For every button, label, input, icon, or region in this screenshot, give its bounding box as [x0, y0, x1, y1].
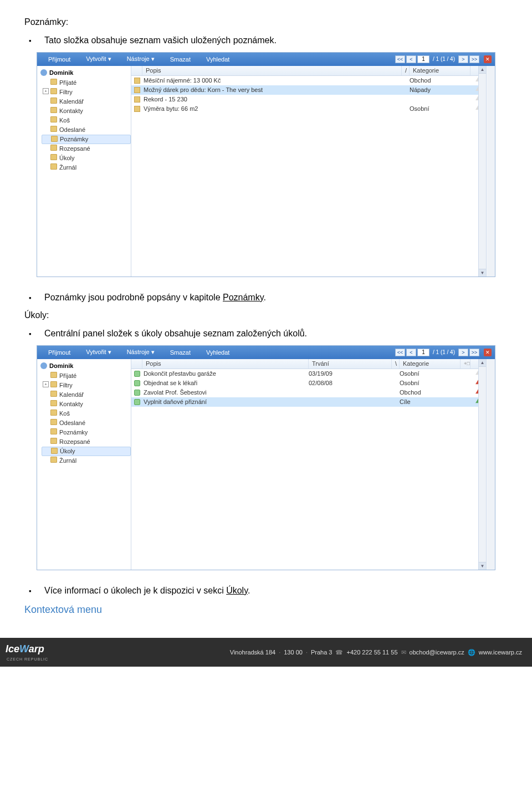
- menu-smazat[interactable]: Smazat: [162, 56, 198, 63]
- heading-ukoly: Úkoly:: [24, 309, 508, 322]
- table-row[interactable]: Objednat se k lékaři02/08/08Osobní: [131, 378, 486, 388]
- heading-poznamky: Poznámky:: [24, 16, 508, 29]
- task-icon: [134, 399, 140, 405]
- footer-email: obchod@icewarp.cz: [410, 649, 464, 656]
- col-trvani[interactable]: Trvání: [309, 359, 392, 369]
- folder-odeslane[interactable]: Odeslané: [42, 418, 131, 428]
- col-sort[interactable]: \: [392, 359, 400, 369]
- footer-addr3: Praha 3: [311, 649, 332, 656]
- menu-vytvorit[interactable]: Vytvořit ▾: [78, 55, 119, 63]
- folder-kos[interactable]: Koš: [42, 116, 131, 125]
- account-name: Dominik: [37, 361, 131, 371]
- bullet-notes-link: Poznámky jsou podrobně popsány v kapitol…: [44, 290, 508, 305]
- menu-nastroje[interactable]: Nástroje ▾: [119, 55, 162, 63]
- logo-subtitle: CZECH REPUBLIC: [7, 657, 48, 661]
- pager-next[interactable]: >: [458, 349, 468, 356]
- col-kategorie[interactable]: Kategorie: [400, 359, 461, 369]
- menu-prijmout[interactable]: Přijmout: [40, 56, 78, 63]
- tasks-list: Popis Trvání \ Kategorie +□ Dokončit pře…: [131, 359, 486, 570]
- bullet-tasks-link: Více informací o úkolech je k dispozici …: [44, 584, 508, 598]
- menu-vytvorit[interactable]: Vytvořit ▾: [78, 349, 119, 356]
- notes-list: Popis / Kategorie Měsíční nájemné: 13 00…: [131, 66, 486, 277]
- screenshot-notes: Přijmout Vytvořit ▾ Nástroje ▾ Smazat Vy…: [37, 52, 495, 277]
- folder-kontakty[interactable]: Kontakty: [42, 400, 131, 409]
- folder-filtry[interactable]: Filtry: [42, 88, 131, 97]
- folder-poznamky[interactable]: Poznámky: [42, 428, 131, 437]
- folder-kalendar[interactable]: Kalendář: [42, 97, 131, 106]
- folder-zurnal[interactable]: Žurnál: [42, 456, 131, 465]
- pager-page-input[interactable]: [417, 55, 429, 63]
- folder-ukoly[interactable]: Úkoly: [42, 154, 131, 163]
- table-row[interactable]: Možný dárek pro dědu: Korn - The very be…: [131, 85, 486, 95]
- heading-context-menu: Kontextová menu: [24, 604, 508, 616]
- pager-info: / 1 (1 / 4): [431, 56, 457, 62]
- account-name: Dominik: [37, 68, 131, 78]
- menu-vyhledat[interactable]: Vyhledat: [198, 349, 237, 356]
- bullet-tasks-desc: Centrální panel složek s úkoly obsahuje …: [44, 326, 508, 341]
- footer-addr: Vinohradská 184: [230, 649, 275, 656]
- col-popis[interactable]: Popis: [142, 359, 309, 369]
- folder-ukoly[interactable]: Úkoly: [42, 447, 131, 456]
- footer-addr2: 130 00: [284, 649, 303, 656]
- task-icon: [134, 380, 140, 386]
- table-row[interactable]: Dokončit přestavbu garáže03/19/09Osobní: [131, 369, 486, 378]
- close-icon[interactable]: ✕: [484, 55, 492, 63]
- scrollbar[interactable]: ▲▼: [478, 359, 486, 570]
- pager-prev[interactable]: <: [406, 55, 416, 63]
- task-icon: [134, 371, 140, 377]
- pager-info: / 1 (1 / 4): [431, 349, 457, 355]
- task-icon: [134, 390, 140, 396]
- preview-strip: [486, 66, 495, 277]
- menu-smazat[interactable]: Smazat: [162, 349, 198, 356]
- folder-rozepsane[interactable]: Rozepsané: [42, 437, 131, 447]
- table-row[interactable]: Zavolat Prof. ŠebestoviObchod: [131, 388, 486, 397]
- screenshot-tasks: Přijmout Vytvořit ▾ Nástroje ▾ Smazat Vy…: [37, 345, 495, 570]
- folder-kalendar[interactable]: Kalendář: [42, 390, 131, 400]
- col-popis[interactable]: Popis: [142, 66, 402, 75]
- menu-vyhledat[interactable]: Vyhledat: [198, 56, 237, 63]
- folder-poznamky[interactable]: Poznámky: [42, 135, 131, 144]
- folder-rozepsane[interactable]: Rozepsané: [42, 144, 131, 154]
- sidebar: Dominik Přijaté Filtry Kalendář Kontakty…: [37, 359, 131, 570]
- sidebar: Dominik Přijaté Filtry Kalendář Kontakty…: [37, 66, 131, 277]
- pager-first[interactable]: <<: [395, 349, 405, 356]
- pager-page-input[interactable]: [417, 349, 429, 356]
- folder-kontakty[interactable]: Kontakty: [42, 106, 131, 116]
- col-kategorie[interactable]: Kategorie: [410, 66, 470, 75]
- table-row[interactable]: Rekord - 15 230: [131, 95, 486, 104]
- pager: << < / 1 (1 / 4) > >> ✕: [395, 349, 492, 356]
- close-icon[interactable]: ✕: [484, 349, 492, 356]
- table-row[interactable]: Výměra bytu: 66 m2Osobní: [131, 104, 486, 114]
- pager-last[interactable]: >>: [469, 349, 479, 356]
- pager-next[interactable]: >: [458, 55, 468, 63]
- folder-filtry[interactable]: Filtry: [42, 381, 131, 390]
- chevron-down-icon: ▾: [108, 349, 111, 355]
- chevron-down-icon: ▾: [108, 55, 111, 62]
- link-ukoly[interactable]: Úkoly: [226, 586, 248, 595]
- note-icon: [134, 78, 140, 84]
- folder-prijate[interactable]: Přijaté: [42, 78, 131, 88]
- pager-last[interactable]: >>: [469, 55, 479, 63]
- pager-first[interactable]: <<: [395, 55, 405, 63]
- chevron-down-icon: ▾: [151, 55, 155, 62]
- col-sort[interactable]: /: [402, 66, 410, 75]
- scrollbar[interactable]: ▲▼: [478, 66, 486, 277]
- menu-prijmout[interactable]: Přijmout: [40, 349, 78, 356]
- note-icon: [134, 96, 140, 103]
- note-icon: [134, 87, 140, 93]
- folder-prijate[interactable]: Přijaté: [42, 371, 131, 381]
- chevron-down-icon: ▾: [151, 349, 155, 355]
- folder-odeslane[interactable]: Odeslané: [42, 125, 131, 135]
- menu-nastroje[interactable]: Nástroje ▾: [119, 349, 162, 356]
- folder-kos[interactable]: Koš: [42, 409, 131, 418]
- table-row[interactable]: Vyplnit daňové přiznáníCíle: [131, 397, 486, 407]
- link-poznamky[interactable]: Poznámky: [223, 293, 264, 302]
- bullet-notes-desc: Tato složka obsahuje seznam vašich ulože…: [44, 33, 508, 48]
- logo: IceWarp: [6, 643, 44, 654]
- footer-web: www.icewarp.cz: [479, 649, 522, 656]
- pager: << < / 1 (1 / 4) > >> ✕: [395, 55, 492, 63]
- folder-zurnal[interactable]: Žurnál: [42, 163, 131, 172]
- pager-prev[interactable]: <: [406, 349, 416, 356]
- table-row[interactable]: Měsíční nájemné: 13 000 KčObchod: [131, 76, 486, 85]
- footer-phone: +420 222 55 11 55: [346, 649, 397, 656]
